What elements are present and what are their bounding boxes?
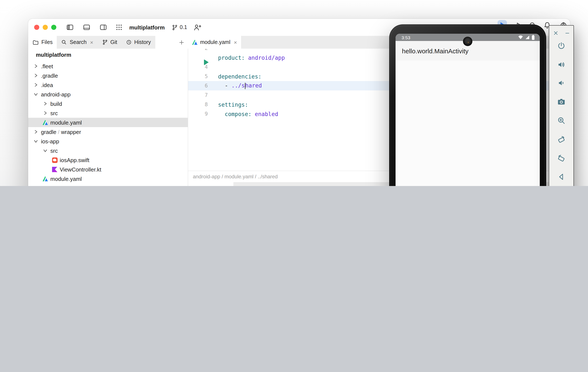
panel-divider[interactable] bbox=[188, 49, 188, 186]
tree-item-android-app[interactable]: android-app bbox=[28, 90, 188, 99]
swift-file-icon bbox=[51, 156, 58, 163]
zoom-window-button[interactable] bbox=[51, 25, 56, 30]
kotlin-file-icon bbox=[51, 166, 58, 173]
file-tree: .fleet.gradle.ideaandroid-appbuildsrcmod… bbox=[28, 62, 188, 186]
chevron-right-icon bbox=[42, 110, 49, 116]
desktop: multiplatform 0.1 bbox=[0, 0, 588, 186]
run-tab-icon bbox=[238, 185, 245, 186]
status-time: 3:53 bbox=[401, 35, 410, 40]
rotate-left-button[interactable] bbox=[556, 134, 567, 145]
inactive-tabs-group: Search × Git History bbox=[57, 36, 155, 49]
close-window-button[interactable] bbox=[34, 25, 39, 30]
chevron-right-icon bbox=[32, 128, 39, 135]
tree-item-label: module.yaml bbox=[50, 119, 82, 126]
line-number: 7 bbox=[188, 92, 211, 98]
status-icons bbox=[518, 35, 535, 40]
tree-item-ios-app[interactable]: ios-app bbox=[28, 136, 188, 146]
tree-item-label: android-app bbox=[41, 91, 71, 97]
tree-item-viewcontroller-kt[interactable]: ViewController.kt bbox=[28, 165, 188, 174]
line-number: 9 bbox=[188, 111, 211, 117]
tree-item-gradle-wrapper[interactable]: gradle / wrapper bbox=[28, 127, 188, 136]
tab-android-app-label: android-app bbox=[248, 186, 276, 186]
close-search-tab-icon[interactable]: × bbox=[90, 39, 93, 45]
volume-down-button[interactable] bbox=[556, 77, 567, 88]
tree-item-fleet[interactable]: .fleet bbox=[28, 62, 188, 71]
panel-right-icon[interactable] bbox=[99, 23, 107, 31]
left-panel-tabstrip: Files Search × Git History bbox=[28, 36, 188, 49]
amper-file-icon bbox=[192, 40, 198, 45]
front-camera bbox=[463, 37, 472, 46]
chevron-right-icon bbox=[32, 185, 39, 186]
chevron-down-icon bbox=[32, 138, 39, 145]
tree-item-label: src bbox=[50, 147, 58, 154]
panel-left-icon[interactable] bbox=[66, 23, 74, 31]
app-content[interactable]: Hello, Android World! bbox=[396, 61, 540, 186]
code-text: - ../shared bbox=[218, 82, 262, 89]
rotate-right-button[interactable] bbox=[556, 152, 567, 163]
tree-item-label: .idea bbox=[41, 82, 53, 88]
minimize-window-button[interactable] bbox=[43, 25, 48, 30]
new-tab-plus-button[interactable] bbox=[175, 36, 188, 49]
tree-item-label: ios-app bbox=[41, 138, 59, 145]
kotlin-file-icon bbox=[192, 186, 198, 186]
tree-item-build[interactable]: build bbox=[28, 99, 188, 108]
power-button[interactable] bbox=[556, 40, 567, 51]
wifi-icon bbox=[518, 35, 523, 40]
tree-item-label: gradle / wrapper bbox=[41, 129, 81, 135]
tree-item-label: iosApp.swift bbox=[60, 157, 89, 163]
traffic-lights bbox=[34, 25, 56, 30]
chevron-down-icon bbox=[32, 91, 39, 98]
tree-item-idea[interactable]: .idea bbox=[28, 80, 188, 90]
close-android-app-tab-icon[interactable]: × bbox=[280, 185, 283, 186]
git-branch-widget[interactable]: 0.1 bbox=[171, 24, 187, 31]
tree-item-iosapp-swift[interactable]: iosApp.swift bbox=[28, 155, 188, 165]
tree-item-label: build bbox=[50, 101, 62, 107]
panel-bottom-icon[interactable] bbox=[82, 23, 91, 31]
line-number: 5 bbox=[188, 73, 211, 79]
line-number: 4 bbox=[188, 64, 211, 70]
tab-history-label: History bbox=[134, 39, 151, 45]
tree-item-module-yaml[interactable]: module.yaml bbox=[28, 118, 188, 127]
tab-module-yaml[interactable]: module.yaml × bbox=[188, 36, 241, 49]
chevron-right-icon bbox=[32, 72, 39, 79]
tree-item-src[interactable]: src bbox=[28, 108, 188, 118]
tab-search-label: Search bbox=[70, 39, 87, 45]
collaborate-add-person-icon[interactable] bbox=[193, 23, 202, 31]
android-emulator-window: 3:53 hello.world.MainActivity Hello, And… bbox=[389, 24, 546, 186]
code-text: compose: enabled bbox=[218, 111, 278, 117]
close-module-yaml-tab-icon[interactable]: × bbox=[234, 39, 237, 45]
tree-item-module-yaml[interactable]: module.yaml bbox=[28, 174, 188, 184]
tab-files[interactable]: Files bbox=[28, 36, 57, 49]
back-button[interactable] bbox=[556, 171, 567, 182]
tab-screen-kt[interactable]: Screen.kt × bbox=[188, 182, 234, 186]
tab-android-app-run[interactable]: android-app × bbox=[234, 182, 287, 186]
amper-file-icon bbox=[42, 119, 49, 126]
chevron-right-icon bbox=[32, 63, 39, 70]
minimize-icon[interactable] bbox=[562, 28, 572, 38]
tab-git[interactable]: Git bbox=[97, 36, 121, 49]
workspaces-grid-icon[interactable] bbox=[115, 23, 123, 31]
tree-item-gradle[interactable]: .gradle bbox=[28, 71, 188, 80]
tree-item-jvm-app[interactable]: jvm-app bbox=[28, 184, 188, 186]
tree-item-label: jvm-app bbox=[41, 185, 61, 186]
tab-history[interactable]: History bbox=[121, 36, 155, 49]
line-number: 6 bbox=[188, 83, 211, 89]
chevron-down-icon bbox=[42, 147, 49, 154]
close-screen-kt-tab-icon[interactable]: × bbox=[226, 185, 229, 186]
battery-icon bbox=[532, 35, 535, 40]
screenshot-camera-button[interactable] bbox=[556, 96, 567, 107]
tab-screen-kt-label: Screen.kt bbox=[200, 186, 223, 186]
volume-up-button[interactable] bbox=[556, 59, 567, 70]
tree-item-label: .fleet bbox=[41, 63, 53, 69]
project-root-label: multiplatform bbox=[36, 50, 71, 60]
branch-version-label: 0.1 bbox=[180, 24, 187, 30]
tree-item-label: ViewController.kt bbox=[60, 166, 101, 173]
tree-item-src[interactable]: src bbox=[28, 146, 188, 155]
line-number: 2 bbox=[188, 49, 211, 51]
tab-search[interactable]: Search × bbox=[57, 36, 97, 49]
close-icon[interactable] bbox=[551, 28, 560, 38]
tree-item-label: module.yaml bbox=[50, 176, 82, 182]
chevron-right-icon bbox=[42, 100, 49, 107]
zoom-in-button[interactable] bbox=[556, 115, 567, 126]
emulator-screen[interactable]: 3:53 hello.world.MainActivity Hello, And… bbox=[396, 34, 540, 186]
